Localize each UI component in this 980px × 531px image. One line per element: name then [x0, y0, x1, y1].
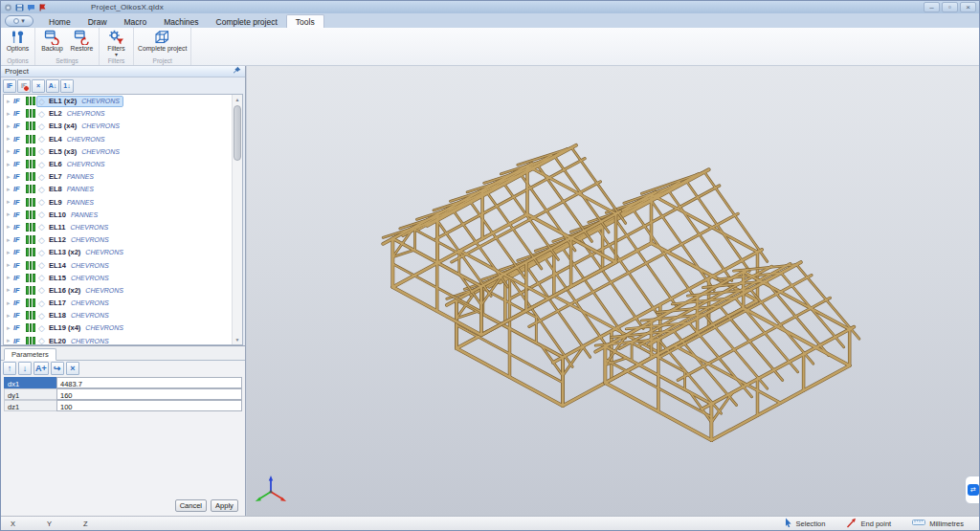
tree-row[interactable]: ▸IF◇EL4CHEVRONS	[4, 133, 242, 145]
tab-home[interactable]: Home	[40, 15, 79, 28]
tree-row[interactable]: ▸IF◇EL7PANNES	[4, 170, 242, 183]
tree-row[interactable]: ▸IF◇EL11CHEVRONS	[4, 221, 242, 233]
restore-button[interactable]: Restore	[67, 29, 97, 56]
expander-icon[interactable]: ▸	[7, 236, 13, 244]
expander-icon[interactable]: ▸	[7, 249, 13, 256]
tab-complete-project[interactable]: Complete project	[208, 15, 286, 28]
expander-icon[interactable]: ▸	[7, 198, 13, 206]
tree-row[interactable]: ▸IF◇EL3 (x4)CHEVRONS	[4, 120, 242, 132]
tree-row[interactable]: ▸IF◇EL17CHEVRONS	[4, 297, 242, 309]
save-icon[interactable]	[15, 4, 24, 11]
app-logo-icon[interactable]	[4, 4, 12, 11]
tree-row[interactable]: ▸IF◇EL12CHEVRONS	[4, 233, 242, 246]
expander-icon[interactable]: ▸	[7, 286, 13, 294]
if-badge-icon: IF	[13, 109, 26, 118]
sort-add-icon[interactable]: A+	[33, 362, 49, 375]
tree-row[interactable]: ▸IF◇EL20CHEVRONS	[4, 335, 242, 345]
parameter-value-input[interactable]: 4483.7	[56, 377, 242, 388]
element-box-icon: ◇	[38, 160, 49, 169]
filters-button[interactable]: Filters▾	[101, 29, 131, 56]
tree-row[interactable]: ▸IF◇EL13 (x2)CHEVRONS	[4, 246, 242, 258]
expander-icon[interactable]: ▸	[7, 312, 13, 320]
parameter-name[interactable]: dx1	[4, 377, 56, 388]
ribbon-group-label: Filters	[101, 56, 131, 65]
expander-icon[interactable]: ▸	[7, 274, 13, 281]
if-badge-icon: IF	[13, 160, 26, 168]
expander-icon[interactable]: ▸	[7, 173, 13, 181]
move-down-icon[interactable]: ↓	[18, 362, 32, 375]
apply-button[interactable]: Apply	[211, 499, 238, 512]
forward-icon[interactable]: ↪	[51, 362, 64, 375]
parameter-name[interactable]: dz1	[4, 400, 56, 411]
expander-icon[interactable]: ▸	[7, 210, 13, 218]
element-id: EL5 (x3)	[49, 147, 77, 156]
tab-draw[interactable]: Draw	[79, 15, 116, 28]
tree-row[interactable]: ▸IF◇EL2CHEVRONS	[4, 107, 242, 120]
tree-row[interactable]: ▸IF◇EL16 (x2)CHEVRONS	[4, 284, 242, 297]
maximize-button[interactable]: ▫	[942, 2, 958, 12]
parameter-value-input[interactable]: 160	[56, 388, 242, 400]
backup-button[interactable]: Backup	[37, 29, 67, 56]
tree-row[interactable]: ▸IF◇EL5 (x3)CHEVRONS	[4, 145, 242, 158]
tree-row[interactable]: ▸IF◇EL6CHEVRONS	[4, 158, 242, 170]
expander-icon[interactable]: ▸	[7, 324, 13, 332]
parameter-value-input[interactable]: 100	[56, 400, 242, 411]
expander-icon[interactable]: ▸	[7, 110, 13, 118]
sort-alpha-icon[interactable]: A↓	[46, 79, 59, 93]
expander-icon[interactable]: ▸	[7, 261, 13, 269]
element-id: EL9	[49, 198, 62, 207]
filter-if-icon[interactable]: IF	[3, 79, 16, 93]
cube-icon	[154, 30, 170, 45]
expander-icon[interactable]: ▸	[7, 147, 13, 155]
application-menu-button[interactable]: ▾	[5, 15, 33, 27]
expander-icon[interactable]: ▸	[7, 223, 13, 231]
parameter-name[interactable]: dy1	[4, 388, 56, 400]
tab-machines[interactable]: Machines	[155, 15, 207, 28]
expander-icon[interactable]: ▸	[7, 98, 13, 105]
filter-if-off-icon[interactable]: IF	[17, 79, 31, 93]
material-bars-icon	[26, 122, 37, 130]
minimize-button[interactable]: –	[924, 2, 940, 12]
expander-icon[interactable]: ▸	[7, 161, 13, 168]
tree-scrollbar[interactable]: ▲ ▼	[232, 95, 242, 344]
status-mode-millimetres[interactable]: Millimetres	[912, 519, 964, 528]
options-button[interactable]: Options	[3, 29, 33, 56]
pin-icon[interactable]	[233, 66, 241, 77]
clear-icon[interactable]: ×	[66, 362, 79, 375]
scroll-up-icon[interactable]: ▲	[233, 95, 242, 104]
expander-icon[interactable]: ▸	[7, 299, 13, 307]
complete-project-button[interactable]: Complete project	[136, 29, 189, 56]
status-mode-selection[interactable]: Selection	[784, 518, 826, 530]
tree-row[interactable]: ▸IF◇EL19 (x4)CHEVRONS	[4, 321, 242, 334]
window-controls: – ▫ ×	[924, 2, 979, 12]
expander-icon[interactable]: ▸	[7, 135, 13, 143]
scroll-down-icon[interactable]: ▼	[233, 335, 242, 344]
cancel-button[interactable]: Cancel	[175, 499, 207, 512]
remote-access-tab[interactable]: ⇄	[965, 476, 979, 504]
clear-filter-icon[interactable]: ×	[32, 79, 45, 93]
tree-row[interactable]: ▸IF◇EL8PANNES	[4, 183, 242, 195]
parameters-tab[interactable]: Parameters	[4, 348, 56, 361]
tab-tools[interactable]: Tools	[286, 14, 324, 28]
expander-icon[interactable]: ▸	[7, 122, 13, 130]
title-bar: Project_OikosX.qldx – ▫ ×	[1, 1, 979, 13]
tree-row[interactable]: ▸IF◇EL10PANNES	[4, 209, 242, 221]
if-badge-icon: IF	[13, 198, 26, 207]
tab-macro[interactable]: Macro	[116, 15, 156, 28]
move-up-icon[interactable]: ↑	[3, 362, 16, 375]
flag-icon[interactable]	[38, 4, 47, 11]
status-mode-end-point[interactable]: End point	[846, 518, 891, 530]
tree-row[interactable]: ▸IF◇EL18CHEVRONS	[4, 309, 242, 321]
viewport-3d[interactable]: ⇄	[246, 66, 979, 516]
tree-row[interactable]: ▸IF◇EL1 (x2)CHEVRONS	[4, 95, 242, 107]
expander-icon[interactable]: ▸	[7, 186, 13, 193]
element-id: EL6	[49, 160, 62, 168]
tree-row[interactable]: ▸IF◇EL15CHEVRONS	[4, 272, 242, 284]
tree-row[interactable]: ▸IF◇EL14CHEVRONS	[4, 258, 242, 271]
scrollbar-thumb[interactable]	[234, 105, 241, 161]
close-button[interactable]: ×	[960, 2, 976, 12]
message-icon[interactable]	[27, 4, 35, 11]
tree-row[interactable]: ▸IF◇EL9PANNES	[4, 196, 242, 209]
sort-numeric-icon[interactable]: 1↓	[60, 79, 74, 93]
expander-icon[interactable]: ▸	[7, 337, 13, 344]
